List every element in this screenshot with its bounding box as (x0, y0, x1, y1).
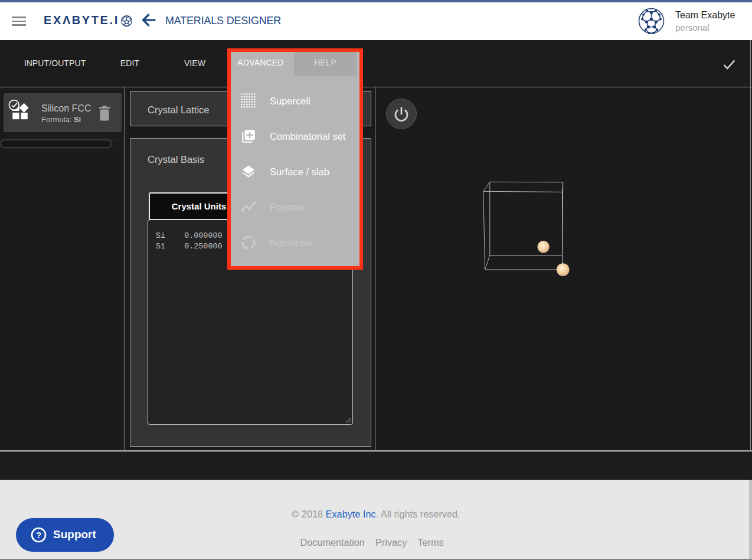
svg-text:?: ? (36, 530, 41, 540)
